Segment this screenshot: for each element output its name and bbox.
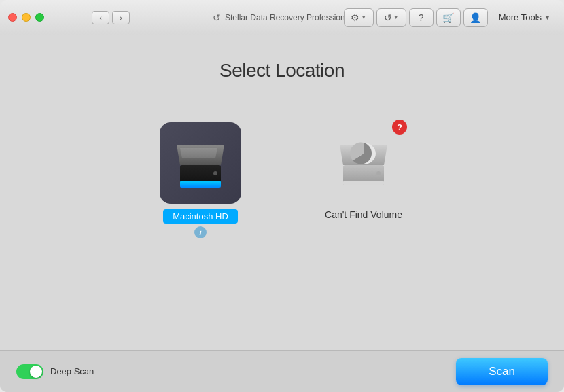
- drive-icon-cant-find: ?: [323, 122, 404, 204]
- settings-arrow-icon: ▼: [361, 14, 366, 20]
- svg-point-2: [213, 171, 217, 175]
- bottom-bar: Deep Scan Scan: [0, 350, 564, 392]
- scan-button[interactable]: Scan: [456, 358, 548, 385]
- app-icon: ↺: [213, 12, 221, 23]
- history-button[interactable]: ↺ ▼: [376, 8, 406, 27]
- title-bar: ‹ › ↺ Stellar Data Recovery Professional…: [0, 0, 564, 35]
- history-icon: ↺: [384, 12, 392, 23]
- drives-container: Macintosh HD i ?: [160, 122, 404, 238]
- forward-button[interactable]: ›: [112, 11, 130, 24]
- toolbar-icons: ⚙ ▼ ↺ ▼ ? 🛒 👤: [344, 8, 488, 27]
- macintosh-hd-label: Macintosh HD: [163, 209, 238, 224]
- drive-icon-macintosh-hd: [160, 122, 241, 204]
- cant-find-badge: ?: [392, 120, 407, 135]
- cant-find-label-container: Can't Find Volume: [325, 209, 402, 220]
- drive-item-macintosh-hd[interactable]: Macintosh HD i: [160, 122, 241, 238]
- more-tools-label: More Tools: [499, 12, 542, 22]
- macintosh-hd-info-button[interactable]: i: [194, 226, 207, 238]
- nav-buttons: ‹ ›: [92, 11, 130, 24]
- account-icon: 👤: [470, 12, 481, 23]
- gear-icon: ⚙: [351, 12, 359, 23]
- cart-button[interactable]: 🛒: [436, 8, 461, 27]
- history-arrow-icon: ▼: [393, 14, 399, 20]
- app-title: Stellar Data Recovery Professional: [225, 13, 351, 22]
- app-title-area: ↺ Stellar Data Recovery Professional: [213, 12, 351, 23]
- svg-point-6: [376, 171, 381, 175]
- minimize-button[interactable]: [22, 13, 31, 22]
- macintosh-hd-icon: [166, 128, 234, 199]
- maximize-button[interactable]: [35, 13, 44, 22]
- svg-rect-5: [343, 181, 384, 185]
- cant-find-volume-icon: [330, 128, 398, 199]
- toggle-knob: [30, 366, 42, 378]
- account-button[interactable]: 👤: [463, 8, 488, 27]
- main-content: Select Location: [0, 35, 564, 392]
- page-title: Select Location: [219, 60, 345, 82]
- cart-icon: 🛒: [442, 12, 454, 23]
- deep-scan-container: Deep Scan: [16, 364, 94, 379]
- more-tools-button[interactable]: More Tools ▼: [493, 10, 556, 25]
- back-button[interactable]: ‹: [92, 11, 109, 24]
- macintosh-hd-label-container: Macintosh HD i: [163, 209, 238, 238]
- help-button[interactable]: ?: [409, 8, 434, 27]
- more-tools-arrow-icon: ▼: [544, 14, 550, 21]
- traffic-lights: [8, 13, 44, 22]
- cant-find-label: Can't Find Volume: [325, 209, 402, 220]
- deep-scan-label: Deep Scan: [50, 366, 94, 376]
- deep-scan-toggle[interactable]: [16, 364, 43, 379]
- help-icon: ?: [419, 12, 424, 23]
- settings-button[interactable]: ⚙ ▼: [344, 8, 374, 27]
- drive-item-cant-find-volume[interactable]: ?: [323, 122, 404, 220]
- close-button[interactable]: [8, 13, 17, 22]
- svg-rect-1: [180, 181, 221, 188]
